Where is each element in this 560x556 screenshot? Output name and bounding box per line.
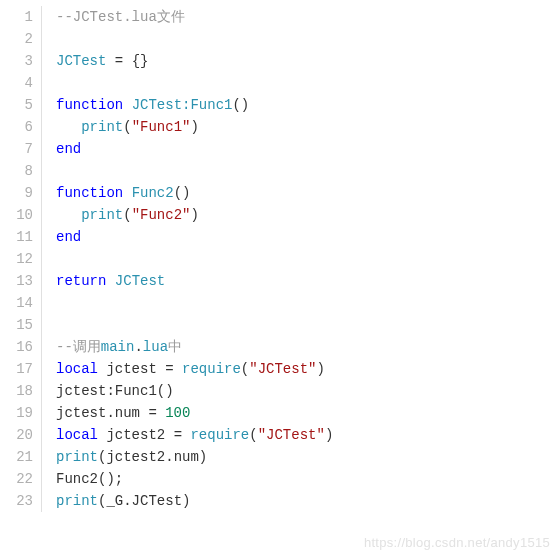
keyword-token: local [56,361,98,377]
code-line: print("Func1") [56,116,560,138]
string-token: "Func2" [132,207,191,223]
comment-token: --JCTest.lua文件 [56,9,185,25]
function-call-token: print [81,119,123,135]
line-number: 16 [0,336,33,358]
line-number: 4 [0,72,33,94]
code-line: function Func2() [56,182,560,204]
function-call-token: require [182,361,241,377]
code-line [56,160,560,182]
code-line [56,292,560,314]
keyword-token: end [56,229,81,245]
watermark-text: https://blog.csdn.net/andy1515 [364,535,550,550]
identifier-token: lua [143,339,168,355]
punct-token: () [174,185,191,201]
identifier-token: Func2(); [56,471,123,487]
space-token [106,273,114,289]
identifier-token: (_G.JCTest) [98,493,190,509]
line-number: 23 [0,490,33,512]
line-number: 1 [0,6,33,28]
line-number: 15 [0,314,33,336]
line-number: 20 [0,424,33,446]
punct-token: ( [123,207,131,223]
line-number: 9 [0,182,33,204]
punct-token: () [232,97,249,113]
punct-token: ( [241,361,249,377]
keyword-token: return [56,273,106,289]
function-name-token: JCTest:Func1 [132,97,233,113]
comment-token: 中 [168,339,182,355]
number-token: 100 [165,405,190,421]
code-content: --JCTest.lua文件 JCTest = {} function JCTe… [42,6,560,512]
line-number: 3 [0,50,33,72]
code-line: jctest:Func1() [56,380,560,402]
punct-token: ) [325,427,333,443]
identifier-token: (jctest2.num) [98,449,207,465]
line-number: 14 [0,292,33,314]
line-number: 2 [0,28,33,50]
line-number: 5 [0,94,33,116]
code-line: --调用main.lua中 [56,336,560,358]
keyword-token: function [56,185,123,201]
code-block: 1234567891011121314151617181920212223 --… [0,0,560,512]
code-line: jctest.num = 100 [56,402,560,424]
function-call-token: print [56,493,98,509]
line-number: 22 [0,468,33,490]
line-number: 21 [0,446,33,468]
code-line: end [56,138,560,160]
code-line [56,28,560,50]
code-line: print(jctest2.num) [56,446,560,468]
line-number: 19 [0,402,33,424]
punct-token: ( [123,119,131,135]
code-line [56,248,560,270]
identifier-token: jctest = [98,361,182,377]
line-number: 11 [0,226,33,248]
identifier-token: JCTest [56,53,106,69]
function-call-token: print [56,449,98,465]
identifier-token: jctest:Func1() [56,383,174,399]
punct-token: ) [190,207,198,223]
punct-token: ) [316,361,324,377]
indent-token [56,119,81,135]
identifier-token: jctest2 = [98,427,190,443]
space-token [123,97,131,113]
identifier-token: jctest.num = [56,405,165,421]
code-line: JCTest = {} [56,50,560,72]
indent-token [56,207,81,223]
code-line: local jctest2 = require("JCTest") [56,424,560,446]
code-line: print(_G.JCTest) [56,490,560,512]
keyword-token: end [56,141,81,157]
string-token: "JCTest" [249,361,316,377]
function-name-token: Func2 [132,185,174,201]
line-number: 10 [0,204,33,226]
space-token [123,185,131,201]
line-number-gutter: 1234567891011121314151617181920212223 [0,6,42,512]
punct-token: ) [190,119,198,135]
keyword-token: local [56,427,98,443]
identifier-token: JCTest [115,273,165,289]
code-line: print("Func2") [56,204,560,226]
code-line: Func2(); [56,468,560,490]
code-line: local jctest = require("JCTest") [56,358,560,380]
string-token: "Func1" [132,119,191,135]
code-line: --JCTest.lua文件 [56,6,560,28]
line-number: 7 [0,138,33,160]
string-token: "JCTest" [258,427,325,443]
punct-token: . [134,339,142,355]
code-line [56,72,560,94]
punct-token: ( [249,427,257,443]
comment-token: --调用 [56,339,101,355]
line-number: 8 [0,160,33,182]
function-call-token: print [81,207,123,223]
line-number: 6 [0,116,33,138]
code-line [56,314,560,336]
code-line: end [56,226,560,248]
identifier-token: main [101,339,135,355]
line-number: 12 [0,248,33,270]
code-line: function JCTest:Func1() [56,94,560,116]
line-number: 13 [0,270,33,292]
line-number: 17 [0,358,33,380]
keyword-token: function [56,97,123,113]
line-number: 18 [0,380,33,402]
punct-token: = {} [106,53,148,69]
function-call-token: require [190,427,249,443]
